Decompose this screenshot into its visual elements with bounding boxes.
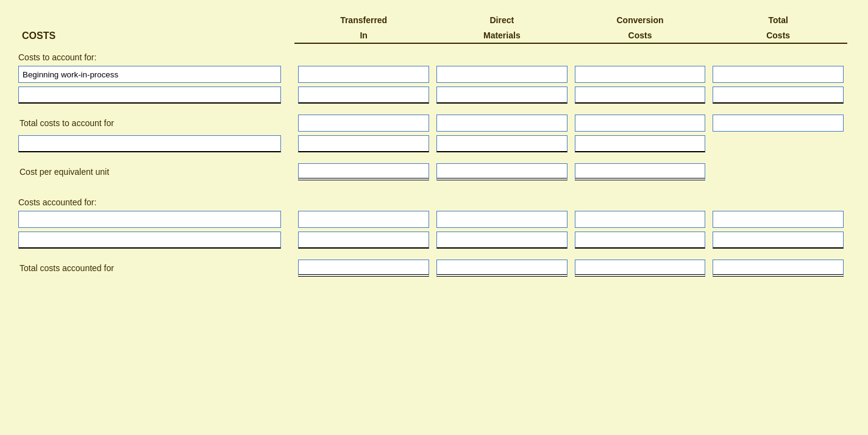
accounted-label-1	[18, 211, 294, 228]
cpu-direct-cell	[433, 163, 571, 180]
cost-per-unit-row: Cost per equivalent unit	[18, 163, 847, 180]
blank-label-input-1[interactable]	[18, 87, 281, 104]
acc2-transferred-cell	[294, 232, 433, 249]
costs-to-account-label: Costs to account for:	[18, 46, 847, 66]
total-transferred-cell	[294, 115, 433, 132]
totacc-transferred-input[interactable]	[298, 260, 429, 277]
bwip-transferred-input[interactable]	[298, 66, 429, 83]
bwip-conversion-cell	[571, 66, 710, 83]
totacc-conversion-cell	[571, 260, 710, 277]
header-direct: Direct	[433, 12, 571, 28]
acc2-direct-input[interactable]	[436, 232, 567, 249]
acc2-transferred-input[interactable]	[298, 232, 429, 249]
bwip-transferred-cell	[294, 66, 433, 83]
bwip-total-input[interactable]	[713, 66, 844, 83]
accounted-label-input-1[interactable]	[18, 211, 281, 228]
divisor-transferred-input[interactable]	[298, 135, 429, 152]
acc1-transferred-cell	[294, 211, 433, 228]
subheader-total-costs: Costs	[709, 28, 847, 44]
bwip-direct-input[interactable]	[436, 66, 567, 83]
total-costs-static-label: Total costs to account for	[18, 118, 294, 128]
header-transferred: Transferred	[294, 12, 433, 28]
bwip-total-cell	[709, 66, 847, 83]
subheader-row: COSTS In Materials Costs Costs	[18, 28, 847, 44]
total-conversion-cell	[571, 115, 710, 132]
header-total: Total	[709, 12, 847, 28]
acc2-conversion-cell	[571, 232, 710, 249]
blank1-total-input[interactable]	[713, 87, 844, 104]
totacc-total-input[interactable]	[713, 260, 844, 277]
acc2-direct-cell	[433, 232, 571, 249]
acc2-total-input[interactable]	[713, 232, 844, 249]
acc2-total-cell	[709, 232, 847, 249]
blank1-transferred-cell	[294, 87, 433, 104]
cpu-direct-input[interactable]	[436, 163, 567, 180]
divisor-conversion-cell	[571, 135, 710, 152]
acc1-conversion-cell	[571, 211, 710, 228]
cpu-conversion-cell	[571, 163, 710, 180]
accounted-label-input-2[interactable]	[18, 232, 281, 249]
beginning-wip-row	[18, 66, 847, 83]
acc1-transferred-input[interactable]	[298, 211, 429, 228]
total-costs-row: Total costs to account for	[18, 115, 847, 132]
total-accounted-label: Total costs accounted for	[18, 263, 294, 273]
blank1-direct-cell	[433, 87, 571, 104]
bwip-conversion-input[interactable]	[575, 66, 706, 83]
acc1-total-input[interactable]	[713, 211, 844, 228]
accounted-row-1	[18, 211, 847, 228]
acc1-total-cell	[709, 211, 847, 228]
divisor-direct-cell	[433, 135, 571, 152]
divisor-row	[18, 135, 847, 152]
totacc-total-cell	[709, 260, 847, 277]
blank1-total-cell	[709, 87, 847, 104]
blank-label-1	[18, 87, 294, 104]
cost-per-unit-label: Cost per equivalent unit	[18, 167, 294, 177]
total-total-cell	[709, 115, 847, 132]
blank1-direct-input[interactable]	[436, 87, 567, 104]
cpu-transferred-cell	[294, 163, 433, 180]
blank1-conversion-cell	[571, 87, 710, 104]
blank1-conversion-input[interactable]	[575, 87, 706, 104]
beginning-wip-label-cell	[18, 66, 294, 83]
cpu-transferred-input[interactable]	[298, 163, 429, 180]
divisor-conversion-input[interactable]	[575, 135, 706, 152]
costs-accounted-for-label: Costs accounted for:	[18, 191, 847, 211]
blank1-transferred-input[interactable]	[298, 87, 429, 104]
acc2-conversion-input[interactable]	[575, 232, 706, 249]
divisor-label-input[interactable]	[18, 135, 281, 152]
beginning-wip-input[interactable]	[18, 66, 281, 83]
cpu-conversion-input[interactable]	[575, 163, 706, 180]
accounted-row-2	[18, 232, 847, 249]
total-accounted-row: Total costs accounted for	[18, 260, 847, 277]
totacc-transferred-cell	[294, 260, 433, 277]
acc1-conversion-input[interactable]	[575, 211, 706, 228]
totacc-direct-cell	[433, 260, 571, 277]
total-direct-cell	[433, 115, 571, 132]
divisor-transferred-cell	[294, 135, 433, 152]
subheader-in: In	[294, 28, 433, 44]
header-conversion: Conversion	[571, 12, 710, 28]
costs-main-label: COSTS	[18, 28, 294, 44]
bwip-direct-cell	[433, 66, 571, 83]
subheader-materials: Materials	[433, 28, 571, 44]
total-transferred-input[interactable]	[298, 115, 429, 132]
total-conversion-input[interactable]	[575, 115, 706, 132]
total-total-input[interactable]	[713, 115, 844, 132]
accounted-label-2	[18, 232, 294, 249]
acc1-direct-cell	[433, 211, 571, 228]
divisor-label-cell	[18, 135, 294, 152]
blank-row-1	[18, 87, 847, 104]
subheader-costs: Costs	[571, 28, 710, 44]
main-table: Transferred Direct Conversion Total COST…	[18, 12, 847, 277]
header-col1	[18, 12, 294, 28]
header-row-1: Transferred Direct Conversion Total	[18, 12, 847, 28]
total-direct-input[interactable]	[436, 115, 567, 132]
totacc-conversion-input[interactable]	[575, 260, 706, 277]
divisor-direct-input[interactable]	[436, 135, 567, 152]
totacc-direct-input[interactable]	[436, 260, 567, 277]
acc1-direct-input[interactable]	[436, 211, 567, 228]
